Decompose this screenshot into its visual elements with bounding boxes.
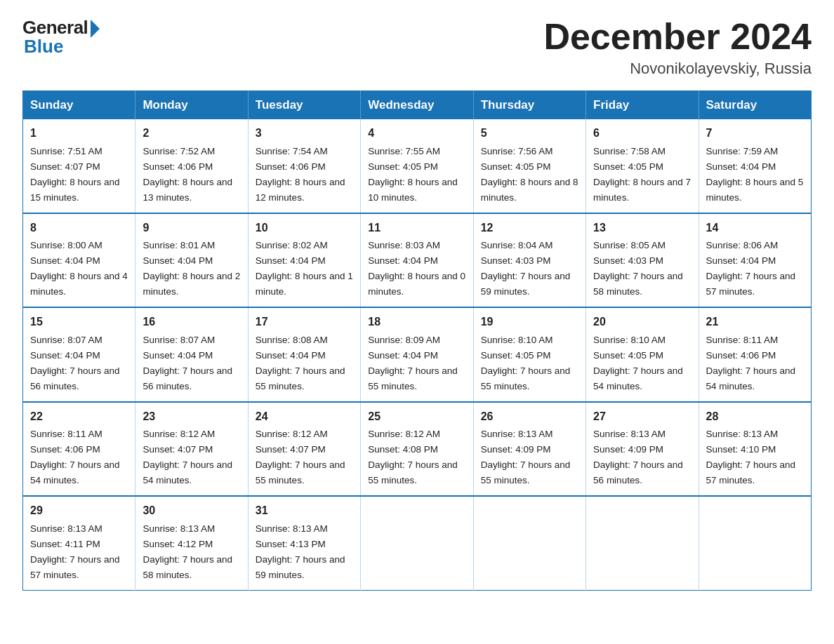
title-block: December 2024 Novonikolayevskiy, Russia (543, 17, 812, 78)
page-header: General Blue December 2024 Novonikolayev… (22, 17, 812, 78)
day-info: Sunrise: 8:12 AMSunset: 4:07 PMDaylight:… (143, 429, 232, 485)
day-number: 26 (481, 408, 578, 426)
calendar-day-cell: 27Sunrise: 8:13 AMSunset: 4:09 PMDayligh… (586, 402, 699, 496)
calendar-day-cell: 29Sunrise: 8:13 AMSunset: 4:11 PMDayligh… (23, 496, 135, 590)
location-text: Novonikolayevskiy, Russia (543, 60, 812, 78)
day-info: Sunrise: 8:07 AMSunset: 4:04 PMDaylight:… (143, 335, 232, 391)
calendar-day-cell (586, 496, 699, 590)
day-number: 11 (368, 220, 465, 237)
day-number: 1 (30, 125, 128, 142)
day-info: Sunrise: 8:13 AMSunset: 4:09 PMDaylight:… (481, 429, 571, 485)
calendar-day-cell: 4Sunrise: 7:55 AMSunset: 4:05 PMDaylight… (361, 119, 473, 213)
day-number: 19 (481, 314, 578, 331)
calendar-day-cell: 22Sunrise: 8:11 AMSunset: 4:06 PMDayligh… (23, 402, 135, 496)
day-number: 29 (30, 502, 128, 520)
calendar-day-cell: 8Sunrise: 8:00 AMSunset: 4:04 PMDaylight… (23, 213, 135, 307)
day-info: Sunrise: 8:13 AMSunset: 4:09 PMDaylight:… (593, 429, 683, 485)
day-info: Sunrise: 8:08 AMSunset: 4:04 PMDaylight:… (256, 335, 345, 391)
day-number: 24 (256, 408, 353, 426)
day-info: Sunrise: 8:01 AMSunset: 4:04 PMDaylight:… (143, 240, 240, 297)
day-info: Sunrise: 8:13 AMSunset: 4:13 PMDaylight:… (256, 523, 345, 580)
calendar-day-cell: 1Sunrise: 7:51 AMSunset: 4:07 PMDaylight… (23, 119, 135, 213)
day-number: 23 (143, 408, 240, 426)
calendar-week-row: 22Sunrise: 8:11 AMSunset: 4:06 PMDayligh… (23, 402, 812, 496)
day-number: 8 (30, 220, 128, 237)
day-number: 28 (706, 408, 804, 426)
weekday-header-monday: Monday (135, 91, 248, 120)
day-info: Sunrise: 7:54 AMSunset: 4:06 PMDaylight:… (256, 146, 345, 203)
calendar-week-row: 15Sunrise: 8:07 AMSunset: 4:04 PMDayligh… (23, 307, 812, 401)
day-info: Sunrise: 8:05 AMSunset: 4:03 PMDaylight:… (593, 240, 683, 297)
calendar-day-cell: 24Sunrise: 8:12 AMSunset: 4:07 PMDayligh… (248, 402, 360, 496)
weekday-header-wednesday: Wednesday (361, 91, 473, 120)
day-number: 14 (706, 220, 804, 237)
calendar-day-cell: 31Sunrise: 8:13 AMSunset: 4:13 PMDayligh… (248, 496, 360, 590)
calendar-day-cell: 25Sunrise: 8:12 AMSunset: 4:08 PMDayligh… (361, 402, 473, 496)
weekday-header-saturday: Saturday (699, 91, 811, 120)
day-info: Sunrise: 7:58 AMSunset: 4:05 PMDaylight:… (593, 146, 691, 203)
day-info: Sunrise: 8:10 AMSunset: 4:05 PMDaylight:… (481, 335, 571, 391)
day-number: 9 (143, 220, 240, 237)
day-info: Sunrise: 8:12 AMSunset: 4:08 PMDaylight:… (368, 429, 458, 485)
day-number: 25 (368, 408, 465, 426)
calendar-week-row: 29Sunrise: 8:13 AMSunset: 4:11 PMDayligh… (23, 496, 812, 590)
calendar-day-cell: 28Sunrise: 8:13 AMSunset: 4:10 PMDayligh… (699, 402, 811, 496)
day-info: Sunrise: 8:06 AMSunset: 4:04 PMDaylight:… (706, 240, 796, 297)
calendar-day-cell: 5Sunrise: 7:56 AMSunset: 4:05 PMDaylight… (473, 119, 585, 213)
calendar-day-cell: 12Sunrise: 8:04 AMSunset: 4:03 PMDayligh… (473, 213, 585, 307)
day-info: Sunrise: 7:59 AMSunset: 4:04 PMDaylight:… (706, 146, 804, 203)
calendar-day-cell: 13Sunrise: 8:05 AMSunset: 4:03 PMDayligh… (586, 213, 699, 307)
day-info: Sunrise: 8:11 AMSunset: 4:06 PMDaylight:… (706, 335, 796, 391)
calendar-day-cell: 9Sunrise: 8:01 AMSunset: 4:04 PMDaylight… (135, 213, 248, 307)
calendar-day-cell: 6Sunrise: 7:58 AMSunset: 4:05 PMDaylight… (586, 119, 699, 213)
calendar-day-cell: 19Sunrise: 8:10 AMSunset: 4:05 PMDayligh… (473, 307, 585, 401)
logo: General Blue (22, 17, 100, 58)
logo-blue-text: Blue (22, 36, 63, 58)
day-number: 21 (706, 314, 804, 331)
logo-arrow-icon (91, 20, 100, 38)
weekday-header-sunday: Sunday (23, 91, 135, 120)
calendar-day-cell (473, 496, 585, 590)
calendar-table: SundayMondayTuesdayWednesdayThursdayFrid… (22, 90, 812, 590)
calendar-day-cell (361, 496, 473, 590)
day-number: 5 (481, 125, 578, 142)
calendar-day-cell: 18Sunrise: 8:09 AMSunset: 4:04 PMDayligh… (361, 307, 473, 401)
day-number: 15 (30, 314, 128, 331)
day-info: Sunrise: 8:10 AMSunset: 4:05 PMDaylight:… (593, 335, 683, 391)
weekday-header-friday: Friday (586, 91, 699, 120)
weekday-header-row: SundayMondayTuesdayWednesdayThursdayFrid… (23, 91, 812, 120)
calendar-week-row: 1Sunrise: 7:51 AMSunset: 4:07 PMDaylight… (23, 119, 812, 213)
calendar-day-cell: 3Sunrise: 7:54 AMSunset: 4:06 PMDaylight… (248, 119, 360, 213)
calendar-week-row: 8Sunrise: 8:00 AMSunset: 4:04 PMDaylight… (23, 213, 812, 307)
day-number: 20 (593, 314, 691, 331)
day-info: Sunrise: 8:13 AMSunset: 4:10 PMDaylight:… (706, 429, 796, 485)
day-number: 31 (256, 502, 353, 520)
day-number: 22 (30, 408, 128, 426)
day-number: 30 (143, 502, 240, 520)
calendar-day-cell: 20Sunrise: 8:10 AMSunset: 4:05 PMDayligh… (586, 307, 699, 401)
calendar-day-cell: 17Sunrise: 8:08 AMSunset: 4:04 PMDayligh… (248, 307, 360, 401)
calendar-day-cell: 21Sunrise: 8:11 AMSunset: 4:06 PMDayligh… (699, 307, 811, 401)
day-number: 27 (593, 408, 691, 426)
calendar-day-cell: 14Sunrise: 8:06 AMSunset: 4:04 PMDayligh… (699, 213, 811, 307)
day-number: 16 (143, 314, 240, 331)
day-info: Sunrise: 7:55 AMSunset: 4:05 PMDaylight:… (368, 146, 458, 203)
day-number: 6 (593, 125, 691, 142)
day-info: Sunrise: 8:11 AMSunset: 4:06 PMDaylight:… (30, 429, 120, 485)
calendar-day-cell (699, 496, 811, 590)
calendar-day-cell: 11Sunrise: 8:03 AMSunset: 4:04 PMDayligh… (361, 213, 473, 307)
day-info: Sunrise: 7:51 AMSunset: 4:07 PMDaylight:… (30, 146, 120, 203)
month-title: December 2024 (543, 17, 812, 57)
calendar-day-cell: 23Sunrise: 8:12 AMSunset: 4:07 PMDayligh… (135, 402, 248, 496)
calendar-day-cell: 10Sunrise: 8:02 AMSunset: 4:04 PMDayligh… (248, 213, 360, 307)
day-number: 4 (368, 125, 465, 142)
day-number: 12 (481, 220, 578, 237)
day-info: Sunrise: 8:00 AMSunset: 4:04 PMDaylight:… (30, 240, 128, 297)
day-info: Sunrise: 8:13 AMSunset: 4:11 PMDaylight:… (30, 523, 120, 580)
day-info: Sunrise: 8:13 AMSunset: 4:12 PMDaylight:… (143, 523, 232, 580)
calendar-day-cell: 30Sunrise: 8:13 AMSunset: 4:12 PMDayligh… (135, 496, 248, 590)
calendar-day-cell: 7Sunrise: 7:59 AMSunset: 4:04 PMDaylight… (699, 119, 811, 213)
day-info: Sunrise: 7:56 AMSunset: 4:05 PMDaylight:… (481, 146, 578, 203)
weekday-header-tuesday: Tuesday (248, 91, 360, 120)
calendar-day-cell: 15Sunrise: 8:07 AMSunset: 4:04 PMDayligh… (23, 307, 135, 401)
